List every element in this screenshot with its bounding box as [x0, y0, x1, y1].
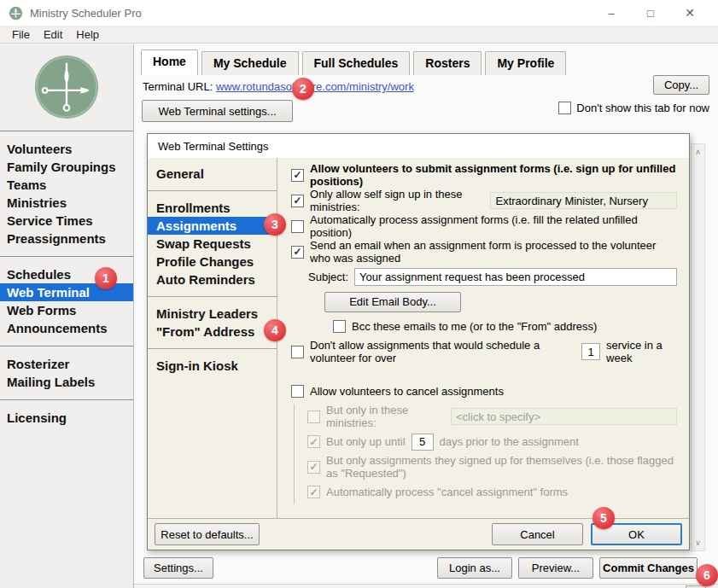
- auto-process-checkbox[interactable]: [291, 220, 304, 233]
- dont-show-tab-checkbox[interactable]: [558, 102, 571, 114]
- menu-edit[interactable]: Edit: [37, 28, 69, 41]
- dont-show-tab-label: Don't show this tab for now: [576, 102, 709, 114]
- but-ministries-label: But only in these ministries:: [326, 404, 445, 429]
- sidebar-item-volunteers[interactable]: Volunteers: [0, 140, 133, 158]
- tab-rosters[interactable]: Rosters: [413, 51, 482, 75]
- only-self-signup-checkbox[interactable]: ✓: [291, 195, 304, 207]
- dialog-footer-buttons: Cancel OK: [492, 523, 682, 545]
- sidebar-item-announcements[interactable]: Announcements: [0, 319, 133, 337]
- sidebar-item-licensing[interactable]: Licensing: [0, 409, 133, 427]
- scroll-down-icon[interactable]: ∨: [692, 536, 704, 550]
- sidebar-item-teams[interactable]: Teams: [0, 176, 133, 194]
- check-icon: ✓: [309, 487, 318, 498]
- divider: [148, 348, 277, 349]
- window-controls: – □ ✕: [592, 6, 709, 20]
- check-icon: ✓: [293, 195, 301, 206]
- dialog-nav-item-sign-in-kiosk[interactable]: Sign-in Kiosk: [148, 357, 277, 375]
- dialog-nav-item-auto-reminders[interactable]: Auto Reminders: [148, 271, 277, 288]
- menu-help[interactable]: Help: [69, 28, 106, 41]
- check-icon: ✓: [309, 437, 318, 447]
- settings-button[interactable]: Settings...: [143, 557, 213, 579]
- dialog-nav: General Enrollments Assignments Swap Req…: [148, 158, 277, 518]
- send-email-label: Send an email when an assignment form is…: [310, 239, 677, 265]
- sidebar-item-preassignments[interactable]: Preassignments: [0, 230, 133, 247]
- subject-field[interactable]: Your assignment request has been process…: [354, 268, 677, 286]
- sidebar-item-service-times[interactable]: Service Times: [0, 212, 133, 230]
- bottom-bar: Settings... Login as... Preview... Commi…: [134, 553, 718, 584]
- menu-file[interactable]: File: [5, 28, 37, 41]
- subject-label: Subject:: [308, 271, 348, 283]
- cancel-button[interactable]: Cancel: [492, 523, 583, 545]
- vertical-scrollbar[interactable]: ∧ ∨: [691, 143, 705, 551]
- sidebar-item-rosterizer[interactable]: Rosterizer: [0, 355, 133, 373]
- scroll-up-icon[interactable]: ∧: [692, 145, 704, 159]
- sidebar-item-ministries[interactable]: Ministries: [0, 194, 133, 212]
- dont-show-tab-row: Don't show this tab for now: [558, 102, 709, 114]
- minimize-icon[interactable]: –: [592, 7, 631, 20]
- maximize-icon[interactable]: □: [631, 7, 670, 20]
- dialog-content: ✓ Allow volunteers to submit assignment …: [277, 158, 689, 518]
- option-send-email: ✓ Send an email when an assignment form …: [291, 239, 677, 265]
- tab-full-schedules[interactable]: Full Schedules: [302, 51, 411, 75]
- divider: [0, 399, 133, 400]
- menubar: File Edit Help: [0, 26, 718, 44]
- divider: [0, 346, 133, 346]
- divider: [0, 131, 133, 131]
- cancel-ministries-field: <click to specify>: [451, 408, 677, 425]
- dont-allow-label-post: service in a week: [606, 339, 677, 364]
- allow-submit-checkbox[interactable]: ✓: [291, 169, 304, 182]
- dialog-nav-item-ministry-leaders[interactable]: Ministry Leaders: [148, 305, 277, 323]
- cancel-options-group: But only in these ministries: <click to …: [294, 404, 677, 504]
- sidebar-item-family-groupings[interactable]: Family Groupings: [0, 158, 133, 176]
- but-until-label-post: days prior to the assignment: [440, 435, 579, 448]
- preview-button[interactable]: Preview...: [518, 557, 593, 579]
- dialog-nav-item-enrollments[interactable]: Enrollments: [148, 199, 277, 217]
- dialog-nav-item-profile-changes[interactable]: Profile Changes: [148, 253, 277, 271]
- dialog-nav-item-from-address[interactable]: "From" Address: [148, 323, 277, 341]
- sidebar-item-mailing-labels[interactable]: Mailing Labels: [0, 373, 133, 391]
- terminal-url-link[interactable]: www.rotundasoftware.com/ministry/work: [216, 80, 414, 93]
- option-dont-allow: Don't allow assignments that would sched…: [291, 339, 677, 364]
- send-email-checkbox[interactable]: ✓: [291, 246, 304, 259]
- reset-to-defaults-button[interactable]: Reset to defaults...: [155, 523, 260, 545]
- but-requested-checkbox: ✓: [307, 461, 320, 474]
- login-as-button[interactable]: Login as...: [437, 557, 512, 579]
- annotation-badge-6: 6: [696, 564, 718, 586]
- check-icon: ✓: [293, 170, 301, 180]
- dont-allow-checkbox[interactable]: [291, 346, 304, 358]
- copy-button[interactable]: Copy...: [653, 75, 709, 95]
- option-allow-submit: ✓ Allow volunteers to submit assignment …: [291, 162, 677, 188]
- dialog-nav-item-assignments[interactable]: Assignments: [148, 217, 277, 235]
- dialog-nav-item-swap-requests[interactable]: Swap Requests: [148, 235, 277, 253]
- logo-wrap: [0, 44, 133, 120]
- tab-my-schedule[interactable]: My Schedule: [201, 51, 299, 75]
- option-auto-cancel: ✓ Automatically process "cancel assignme…: [307, 480, 677, 504]
- close-icon[interactable]: ✕: [670, 6, 709, 20]
- commit-changes-button[interactable]: Commit Changes: [599, 557, 698, 579]
- tab-my-profile[interactable]: My Profile: [485, 51, 566, 75]
- terminal-url-label: Terminal URL:: [143, 80, 213, 93]
- allow-cancel-checkbox[interactable]: [291, 385, 304, 398]
- but-requested-label: But only assignments they signed up for …: [326, 454, 677, 480]
- tab-home[interactable]: Home: [141, 49, 198, 75]
- only-self-signup-label: Only allow self sign up in these ministr…: [310, 188, 484, 213]
- edit-email-body-row: Edit Email Body...: [324, 289, 677, 314]
- subject-row: Subject: Your assignment request has bee…: [308, 265, 677, 289]
- edit-email-body-button[interactable]: Edit Email Body...: [324, 292, 461, 312]
- web-terminal-settings-dialog: Web Terminal Settings General Enrollment…: [147, 133, 690, 550]
- services-per-week-field[interactable]: 1: [581, 343, 600, 360]
- annotation-badge-3: 3: [264, 213, 286, 236]
- but-until-checkbox: ✓: [307, 435, 320, 448]
- annotation-badge-5: 5: [592, 507, 615, 529]
- but-ministries-checkbox: [307, 410, 320, 423]
- bcc-checkbox[interactable]: [333, 320, 346, 333]
- option-only-self-signup: ✓ Only allow self sign up in these minis…: [291, 188, 677, 213]
- sidebar: Volunteers Family Groupings Teams Minist…: [0, 44, 134, 588]
- sidebar-item-web-forms[interactable]: Web Forms: [0, 301, 133, 319]
- app-logo-icon: [33, 54, 100, 120]
- option-bcc: Bcc these emails to me (or to the "From"…: [333, 314, 677, 339]
- dialog-nav-item-general[interactable]: General: [148, 165, 277, 183]
- web-terminal-settings-button[interactable]: Web Terminal settings...: [142, 100, 293, 122]
- check-icon: ✓: [309, 462, 318, 472]
- ministries-field[interactable]: Extraordinary Minister, Nursery: [490, 192, 677, 209]
